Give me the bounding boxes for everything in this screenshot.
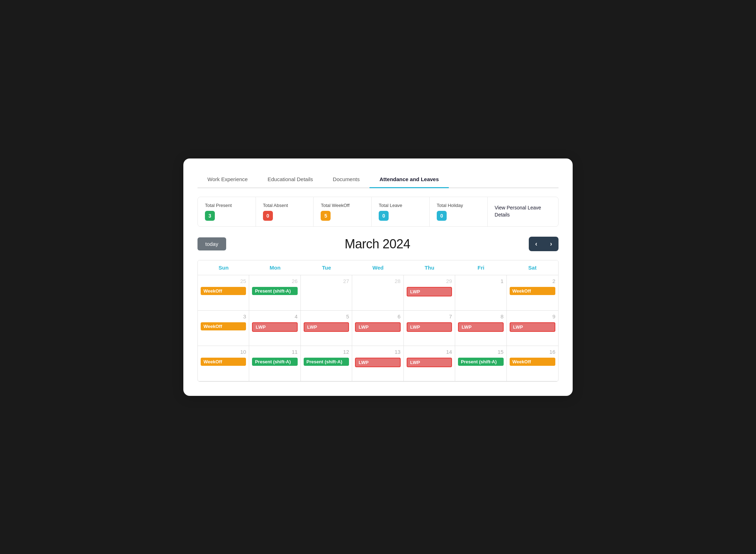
calendar-grid: Sun Mon Tue Wed Thu Fri Sat 25WeekOff26P…: [197, 260, 559, 382]
summary-total-weekoff: Total WeekOff 5: [314, 197, 372, 226]
summary-total-absent: Total Absent 0: [256, 197, 314, 226]
cal-date-25: 25: [201, 278, 246, 284]
cal-date-8: 8: [458, 313, 503, 319]
cal-cell-8: 8LWP: [455, 311, 506, 346]
total-weekoff-label: Total WeekOff: [321, 203, 364, 208]
calendar-nav: today March 2024 ‹ ›: [197, 237, 559, 252]
day-header-mon: Mon: [249, 260, 300, 275]
tab-documents[interactable]: Documents: [323, 171, 370, 188]
prev-month-button[interactable]: ‹: [529, 237, 544, 251]
cal-cell-3: 3WeekOff: [198, 311, 249, 346]
cal-date-3: 3: [201, 313, 246, 319]
cal-cell-14: 14LWP: [404, 346, 455, 381]
day-header-fri: Fri: [455, 260, 506, 275]
summary-view-leave[interactable]: View Personal Leave Details: [488, 197, 559, 226]
cal-date-13: 13: [355, 349, 400, 355]
cal-event-0-1[interactable]: Present (shift-A): [252, 287, 297, 295]
cal-date-10: 10: [201, 349, 246, 355]
cal-date-11: 11: [252, 349, 297, 355]
total-present-badge: 3: [205, 211, 215, 221]
cal-date-2: 2: [510, 278, 555, 284]
total-leave-badge: 0: [379, 211, 389, 221]
cal-date-7: 7: [407, 313, 452, 319]
cal-event-2-5[interactable]: Present (shift-A): [458, 358, 503, 366]
total-holiday-label: Total Holiday: [437, 203, 480, 208]
cal-event-2-4[interactable]: LWP: [407, 358, 452, 367]
total-leave-label: Total Leave: [379, 203, 422, 208]
cal-cell-4: 4LWP: [249, 311, 300, 346]
cal-cell-9: 9LWP: [507, 311, 558, 346]
cal-date-12: 12: [304, 349, 349, 355]
total-present-label: Total Present: [205, 203, 248, 208]
cal-date-16: 16: [510, 349, 555, 355]
calendar-title: March 2024: [345, 237, 410, 252]
cal-date-9: 9: [510, 313, 555, 319]
cal-event-1-0[interactable]: WeekOff: [201, 322, 246, 330]
total-holiday-badge: 0: [437, 211, 447, 221]
day-header-sun: Sun: [198, 260, 249, 275]
cal-event-2-2[interactable]: Present (shift-A): [304, 358, 349, 366]
cal-cell-25: 25WeekOff: [198, 275, 249, 311]
main-card: Work Experience Educational Details Docu…: [183, 158, 573, 396]
cal-date-5: 5: [304, 313, 349, 319]
cal-date-26: 26: [252, 278, 297, 284]
cal-event-1-2[interactable]: LWP: [304, 322, 349, 332]
view-personal-leave-link[interactable]: View Personal Leave Details: [495, 204, 551, 218]
cal-date-1: 1: [458, 278, 503, 284]
cal-event-0-6[interactable]: WeekOff: [510, 287, 555, 295]
cal-cell-15: 15Present (shift-A): [455, 346, 506, 381]
summary-total-leave: Total Leave 0: [372, 197, 430, 226]
cal-date-28: 28: [355, 278, 400, 284]
cal-date-15: 15: [458, 349, 503, 355]
cal-cell-11: 11Present (shift-A): [249, 346, 300, 381]
cal-date-27: 27: [304, 278, 349, 284]
cal-event-2-0[interactable]: WeekOff: [201, 358, 246, 366]
cal-cell-5: 5LWP: [301, 311, 352, 346]
cal-date-14: 14: [407, 349, 452, 355]
today-button[interactable]: today: [197, 237, 226, 250]
cal-event-1-5[interactable]: LWP: [458, 322, 503, 332]
tab-work-experience[interactable]: Work Experience: [197, 171, 258, 188]
cal-cell-29: 29LWP: [404, 275, 455, 311]
calendar-body: 25WeekOff26Present (shift-A)272829LWP12W…: [198, 275, 558, 381]
tab-educational-details[interactable]: Educational Details: [258, 171, 323, 188]
cal-cell-1: 1: [455, 275, 506, 311]
cal-event-1-1[interactable]: LWP: [252, 322, 297, 332]
cal-cell-10: 10WeekOff: [198, 346, 249, 381]
cal-cell-6: 6LWP: [352, 311, 403, 346]
total-weekoff-badge: 5: [321, 211, 331, 221]
cal-cell-26: 26Present (shift-A): [249, 275, 300, 311]
summary-bar: Total Present 3 Total Absent 0 Total Wee…: [197, 197, 559, 227]
cal-cell-27: 27: [301, 275, 352, 311]
summary-total-present: Total Present 3: [198, 197, 256, 226]
day-header-wed: Wed: [352, 260, 403, 275]
cal-date-29: 29: [407, 278, 452, 284]
next-month-button[interactable]: ›: [544, 237, 559, 251]
tab-bar: Work Experience Educational Details Docu…: [197, 171, 559, 188]
nav-arrows-container: ‹ ›: [529, 237, 559, 251]
cal-date-4: 4: [252, 313, 297, 319]
cal-cell-12: 12Present (shift-A): [301, 346, 352, 381]
tab-attendance-leaves[interactable]: Attendance and Leaves: [370, 171, 449, 188]
cal-cell-7: 7LWP: [404, 311, 455, 346]
cal-event-1-6[interactable]: LWP: [510, 322, 555, 332]
day-header-sat: Sat: [507, 260, 558, 275]
cal-event-2-1[interactable]: Present (shift-A): [252, 358, 297, 366]
total-absent-badge: 0: [263, 211, 273, 221]
cal-cell-28: 28: [352, 275, 403, 311]
calendar-header: Sun Mon Tue Wed Thu Fri Sat: [198, 260, 558, 275]
cal-date-6: 6: [355, 313, 400, 319]
cal-event-2-6[interactable]: WeekOff: [510, 358, 555, 366]
total-absent-label: Total Absent: [263, 203, 307, 208]
cal-event-0-4[interactable]: LWP: [407, 287, 452, 296]
cal-event-0-0[interactable]: WeekOff: [201, 287, 246, 295]
day-header-tue: Tue: [301, 260, 352, 275]
cal-cell-16: 16WeekOff: [507, 346, 558, 381]
cal-event-1-4[interactable]: LWP: [407, 322, 452, 332]
cal-event-2-3[interactable]: LWP: [355, 358, 400, 367]
cal-cell-13: 13LWP: [352, 346, 403, 381]
cal-cell-2: 2WeekOff: [507, 275, 558, 311]
day-header-thu: Thu: [404, 260, 455, 275]
summary-total-holiday: Total Holiday 0: [430, 197, 488, 226]
cal-event-1-3[interactable]: LWP: [355, 322, 400, 332]
